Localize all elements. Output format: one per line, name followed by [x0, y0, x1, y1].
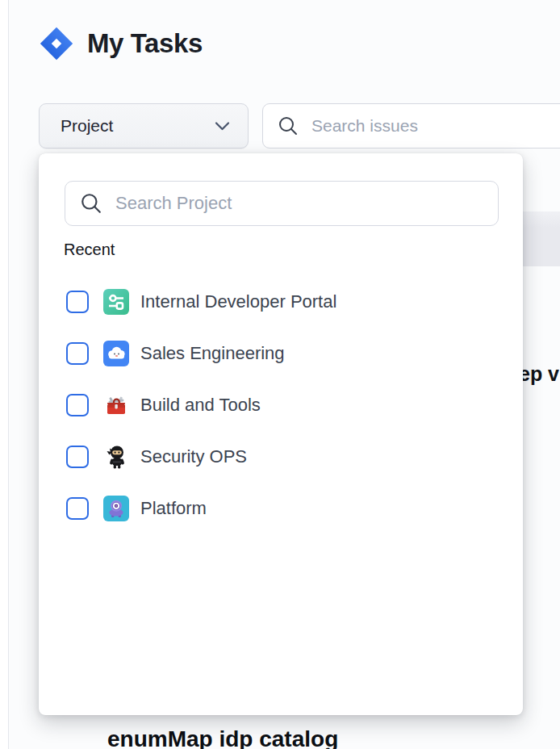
project-option-label: Security OPS: [140, 446, 247, 467]
project-option-label: Internal Developer Portal: [140, 291, 336, 312]
project-option-security-ops[interactable]: Security OPS: [39, 431, 523, 483]
search-project-input[interactable]: [115, 193, 485, 214]
ninja-icon: [103, 444, 129, 470]
project-checkbox[interactable]: [66, 394, 89, 416]
project-dropdown-panel: Recent Internal Developer Portal: [39, 153, 523, 715]
page-header: My Tasks: [39, 26, 203, 61]
page-title: My Tasks: [87, 28, 203, 59]
project-option-sales-engineering[interactable]: Sales Engineering: [39, 328, 523, 379]
project-option-label: Platform: [140, 498, 207, 519]
alien-icon: [103, 496, 129, 521]
project-option-internal-developer-portal[interactable]: Internal Developer Portal: [39, 276, 523, 328]
project-checkbox[interactable]: [66, 342, 89, 365]
search-issues-input[interactable]: [311, 116, 557, 136]
project-checkbox[interactable]: [66, 446, 89, 468]
obscured-text-right: ep v: [519, 362, 559, 386]
project-option-label: Build and Tools: [140, 395, 261, 416]
project-checkbox[interactable]: [66, 497, 89, 520]
cloud-icon: [103, 341, 129, 366]
project-option-build-and-tools[interactable]: Build and Tools: [39, 379, 523, 431]
project-filter-label: Project: [61, 116, 113, 136]
toolbox-icon: [103, 392, 129, 418]
project-checkbox[interactable]: [66, 291, 89, 313]
search-project-box: [65, 181, 499, 226]
project-list: Internal Developer Portal Sales Engineer…: [39, 276, 523, 534]
chevron-down-icon: [215, 121, 230, 132]
recent-section-label: Recent: [64, 239, 115, 260]
search-icon: [80, 192, 102, 215]
left-divider: [8, 0, 9, 749]
project-filter-button[interactable]: Project: [39, 103, 249, 149]
workflow-icon: [103, 289, 129, 315]
project-option-label: Sales Engineering: [140, 343, 285, 364]
search-issues-box: [262, 103, 560, 149]
search-icon: [278, 115, 299, 136]
project-option-platform[interactable]: Platform: [39, 483, 523, 534]
jira-logo-icon: [39, 26, 74, 61]
obscured-task-title: enumMap idp catalog: [107, 725, 338, 749]
